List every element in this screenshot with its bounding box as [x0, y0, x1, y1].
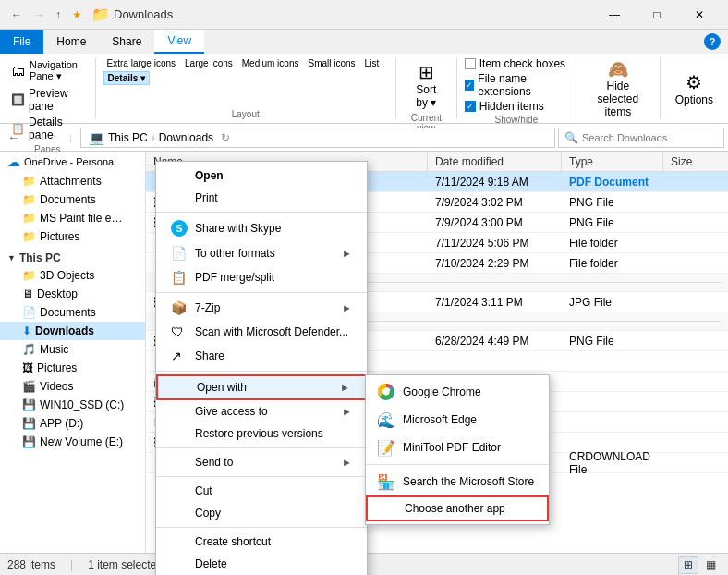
show-hide-items: Item check boxes ✓ File name extensions …	[465, 57, 568, 113]
details-button[interactable]: Details ▾	[103, 71, 151, 85]
close-button[interactable]: ✕	[678, 0, 721, 30]
maximize-button[interactable]: □	[636, 0, 678, 30]
path-refresh[interactable]: ↻	[221, 131, 230, 144]
store-label: Search the Microsoft Store	[403, 475, 534, 488]
main-content: ☁ OneDrive - Personal 📁 Attachments 📁 Do…	[0, 152, 728, 553]
options-group: ⚙ Options	[668, 57, 721, 119]
show-hide-label: Show/hide	[465, 115, 568, 125]
tab-share[interactable]: Share	[99, 30, 154, 54]
tab-view[interactable]: View	[154, 30, 204, 54]
item-count: 288 items	[7, 558, 55, 571]
cut-label: Cut	[195, 484, 212, 497]
tab-home[interactable]: Home	[43, 30, 99, 54]
ctx-item-skype[interactable]: S Share with Skype	[156, 215, 367, 241]
panes-group-items: 🗂 NavigationPane ▾	[7, 57, 88, 84]
layout-items: Extra large icons Large icons Medium ico…	[103, 57, 388, 107]
minimize-button[interactable]: —	[593, 0, 636, 30]
back-nav-button[interactable]: ←	[4, 128, 23, 146]
up-icon[interactable]: ↑	[52, 6, 65, 23]
submenu-edge[interactable]: 🌊 Microsoft Edge	[366, 406, 549, 434]
ctx-item-give-access[interactable]: Give access to ►	[156, 400, 367, 422]
sort-by-button[interactable]: ⊞ Sortby ▾	[404, 57, 449, 113]
ribbon-tabs: File Home Share View ?	[0, 30, 728, 54]
small-icons-button[interactable]: Small icons	[304, 57, 358, 69]
help-button[interactable]: ?	[704, 33, 721, 50]
formats-label: To other formats	[195, 247, 275, 260]
options-icon: ⚙	[686, 71, 702, 93]
open-label: Open	[195, 169, 224, 182]
ctx-item-copy[interactable]: Copy	[156, 502, 367, 524]
back-icon[interactable]: ←	[7, 6, 26, 23]
choose-app-label: Choose another app	[405, 502, 505, 515]
ctx-sep-1	[156, 212, 367, 213]
ctx-item-formats[interactable]: 📄 To other formats ►	[156, 241, 367, 265]
large-icon-view-button[interactable]: ▦	[700, 556, 721, 574]
defender-label: Scan with Microsoft Defender...	[195, 325, 348, 338]
hide-options-group: 🙈 Hide selecteditems	[584, 57, 661, 119]
options-button[interactable]: ⚙ Options	[675, 71, 713, 106]
large-icons-button[interactable]: Large icons	[181, 57, 237, 69]
recent-button[interactable]: ↓	[65, 128, 79, 146]
item-check-boxes-label: Item check boxes	[479, 57, 565, 70]
ctx-item-defender[interactable]: 🛡 Scan with Microsoft Defender...	[156, 320, 367, 344]
navigation-pane-button[interactable]: 🗂 NavigationPane ▾	[7, 57, 88, 84]
delete-label: Delete	[195, 557, 227, 570]
ctx-item-cut[interactable]: Cut	[156, 480, 367, 502]
preview-pane-button[interactable]: 🔲 Preview pane	[7, 86, 88, 114]
extra-large-icons-button[interactable]: Extra large icons	[103, 57, 179, 69]
forward-nav-button[interactable]: →	[26, 128, 45, 146]
submenu-choose-app[interactable]: Choose another app	[366, 495, 549, 521]
title-bar-nav-icons: ← → ↑ ★	[7, 6, 86, 23]
details-view-button[interactable]: ⊞	[678, 556, 698, 574]
context-overlay[interactable]: Open Print S Share with Skype 📄 To other…	[0, 152, 728, 553]
forward-icon[interactable]: →	[30, 6, 48, 23]
show-hide-group: Item check boxes ✓ File name extensions …	[465, 57, 576, 119]
ctx-item-restore[interactable]: Restore previous versions	[156, 422, 367, 445]
restore-label: Restore previous versions	[195, 427, 323, 440]
submenu-store[interactable]: 🏪 Search the Microsoft Store	[366, 468, 549, 495]
ctx-item-open-with[interactable]: Open with ► Google Chrome 🌊 Microsoft E	[156, 374, 367, 400]
address-path[interactable]: 💻 This PC › Downloads ↻	[80, 128, 555, 148]
up-nav-button[interactable]: ↑	[48, 128, 62, 146]
medium-icons-button[interactable]: Medium icons	[238, 57, 303, 69]
ctx-item-7zip[interactable]: 📦 7-Zip ►	[156, 296, 367, 320]
open-with-submenu: Google Chrome 🌊 Microsoft Edge 📝 MiniToo…	[365, 374, 550, 525]
ctx-item-print[interactable]: Print	[156, 187, 367, 209]
title-text: Downloads	[114, 7, 593, 21]
sort-icon: ⊞	[419, 61, 434, 83]
ctx-item-pdf[interactable]: 📋 PDF merge/split	[156, 265, 367, 289]
search-box[interactable]: 🔍	[558, 128, 724, 148]
open-with-label: Open with	[197, 381, 333, 394]
file-name-ext-toggle[interactable]: ✓ File name extensions	[465, 72, 568, 98]
svg-point-2	[383, 389, 390, 396]
submenu-minitool[interactable]: 📝 MiniTool PDF Editor	[366, 434, 549, 461]
minitool-icon: 📝	[377, 438, 395, 457]
checkbox-icon	[465, 58, 476, 69]
hide-selected-button[interactable]: 🙈 Hide selecteditems	[584, 57, 652, 120]
layout-group-label: Layout	[103, 109, 388, 119]
ctx-item-share[interactable]: ↗ Share	[156, 344, 367, 368]
hidden-items-toggle[interactable]: ✓ Hidden items	[465, 100, 568, 113]
quick-access-icon[interactable]: ★	[68, 6, 86, 23]
ctx-item-open[interactable]: Open	[156, 165, 367, 187]
ctx-sep-2	[156, 292, 367, 293]
ctx-item-send-to[interactable]: Send to ►	[156, 451, 367, 473]
ribbon-content: 🗂 NavigationPane ▾ 🔲 Preview pane 📋 Deta…	[0, 54, 728, 124]
share-icon: ↗	[171, 349, 188, 363]
zip-arrow: ►	[342, 302, 352, 313]
ctx-item-delete[interactable]: Delete	[156, 553, 367, 575]
submenu-chrome[interactable]: Google Chrome	[366, 378, 549, 406]
ctx-sep-6	[156, 527, 367, 528]
ctx-item-shortcut[interactable]: Create shortcut	[156, 531, 367, 553]
sort-label: Sortby ▾	[416, 83, 436, 109]
layout-group: Extra large icons Large icons Medium ico…	[103, 57, 396, 119]
search-input[interactable]	[582, 132, 718, 143]
current-view-group: ⊞ Sortby ▾ Current view	[404, 57, 457, 119]
list-button[interactable]: List	[361, 57, 383, 69]
print-label: Print	[195, 191, 218, 204]
store-icon: 🏪	[377, 472, 395, 491]
item-check-boxes-toggle[interactable]: Item check boxes	[465, 57, 568, 70]
address-bar: ← → ↑ ↓ 💻 This PC › Downloads ↻ 🔍	[0, 124, 728, 152]
tab-file[interactable]: File	[0, 30, 43, 54]
view-controls: ⊞ ▦	[678, 556, 721, 574]
